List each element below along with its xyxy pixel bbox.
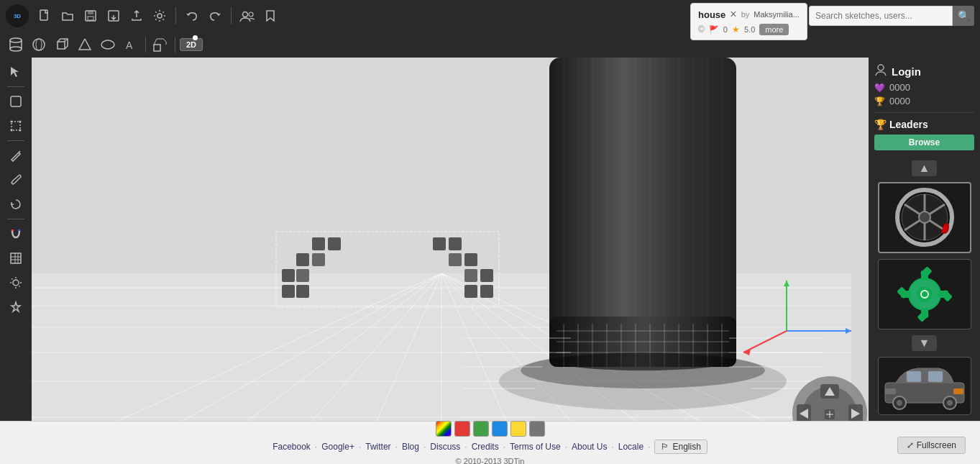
fullscreen-button[interactable]: ⤢ Fullscreen [897, 437, 966, 454]
canvas-area[interactable] [32, 58, 869, 421]
svg-rect-19 [154, 45, 160, 51]
login-label[interactable]: Login [892, 65, 921, 78]
googleplus-link[interactable]: Google+ [321, 442, 354, 452]
svg-rect-2 [88, 11, 93, 14]
blue-swatch[interactable] [492, 421, 508, 437]
transform-button[interactable] [150, 35, 170, 55]
thumbnail-car[interactable] [878, 357, 971, 415]
svg-rect-0 [40, 10, 47, 20]
svg-rect-3 [88, 17, 93, 20]
mode-2d-button[interactable]: 2D [180, 38, 203, 51]
credits-link[interactable]: Credits [472, 442, 499, 452]
yellow-swatch[interactable] [510, 421, 526, 437]
leaders-section: 🏆 Leaders Browse [874, 119, 974, 155]
svg-point-25 [19, 129, 22, 132]
main-area: Login 💜 0000 🏆 0000 🏆 Leaders Browse [0, 58, 980, 421]
terms-link[interactable]: Terms of Use [510, 442, 561, 452]
svg-rect-117 [296, 285, 309, 298]
svg-rect-173 [953, 388, 963, 394]
user-icon [874, 63, 887, 79]
magnet-button[interactable] [4, 222, 27, 245]
left-sidebar [0, 58, 32, 421]
flag-icon: 🏳 [661, 442, 669, 452]
heart-count: 0000 [889, 82, 910, 93]
svg-point-5 [157, 14, 162, 18]
leaders-icon: 🏆 [874, 119, 887, 130]
language-selector[interactable]: 🏳 English [654, 440, 707, 454]
fullscreen-icon: ⤢ [907, 440, 914, 450]
gray-swatch[interactable] [529, 421, 545, 437]
text-shape-button[interactable]: A [121, 35, 141, 55]
svg-marker-20 [11, 67, 19, 77]
points-row-trophy: 🏆 0000 [874, 96, 974, 106]
rect-select-button[interactable] [4, 114, 27, 137]
save-as-button[interactable] [104, 6, 124, 26]
save-file-button[interactable] [81, 6, 101, 26]
svg-rect-172 [885, 388, 896, 394]
pyramid-shape-button[interactable] [75, 35, 95, 55]
browse-button[interactable]: Browse [874, 135, 974, 150]
light-button[interactable] [4, 271, 27, 294]
points-row-hearts: 💜 0000 [874, 82, 974, 93]
select-tool-button[interactable] [4, 60, 27, 83]
svg-point-8 [10, 38, 22, 42]
login-title: Login [874, 63, 974, 79]
logo-text: 3D [14, 13, 21, 19]
svg-rect-21 [11, 96, 21, 106]
twitter-link[interactable]: Twitter [365, 442, 390, 452]
svg-point-35 [13, 280, 19, 286]
ellipse-shape-button[interactable] [98, 35, 118, 55]
green-swatch[interactable] [473, 421, 489, 437]
toolbar-sep-2 [231, 7, 232, 24]
rotate-tool-button[interactable] [4, 193, 27, 216]
search-input[interactable] [809, 6, 953, 26]
gallery-up-button[interactable]: ▲ [912, 160, 938, 176]
new-file-button[interactable] [35, 6, 55, 26]
undo-button[interactable] [182, 6, 202, 26]
paint-tool-button[interactable] [4, 90, 27, 113]
thumbnail-wheel[interactable] [878, 182, 971, 253]
facebook-link[interactable]: Facebook [273, 442, 311, 452]
wheel-image [892, 185, 957, 250]
svg-rect-107 [449, 237, 462, 250]
red-swatch[interactable] [454, 421, 470, 437]
svg-rect-170 [907, 371, 921, 382]
thumbnail-gear[interactable] [878, 259, 971, 330]
toolbar-sep-1 [175, 7, 176, 24]
login-section: Login 💜 0000 🏆 0000 [874, 63, 974, 106]
effects-button[interactable] [4, 296, 27, 319]
about-link[interactable]: About Us [572, 442, 607, 452]
svg-line-40 [12, 278, 12, 279]
svg-rect-171 [928, 371, 943, 382]
grid-button[interactable] [4, 247, 27, 270]
gear-image [892, 262, 957, 327]
svg-rect-106 [433, 237, 446, 250]
flag-icon: 🚩 [709, 25, 719, 35]
left-sep-1 [7, 86, 24, 87]
locale-link[interactable]: Locale [618, 442, 644, 452]
leaders-title: 🏆 Leaders [874, 119, 974, 130]
logo-button[interactable]: 3D [6, 4, 29, 27]
star-icon: ★ [732, 24, 740, 35]
rainbow-swatch[interactable] [436, 421, 452, 437]
bottom-bar: Facebook · Google+ · Twitter · Blog · Di… [0, 421, 980, 464]
copyright-text: © 2010-2013 3DTin [456, 457, 525, 465]
bookmark-button[interactable] [260, 6, 280, 26]
redo-button[interactable] [205, 6, 225, 26]
gallery-down-button[interactable]: ▼ [912, 335, 938, 351]
eyedropper-button[interactable] [4, 168, 27, 191]
open-file-button[interactable] [58, 6, 78, 26]
more-button[interactable]: more [759, 24, 789, 35]
cylinder-shape-button[interactable] [6, 35, 26, 55]
upload-button[interactable] [127, 6, 147, 26]
blog-link[interactable]: Blog [402, 442, 419, 452]
pencil-tool-button[interactable] [4, 144, 27, 167]
settings-button[interactable] [150, 6, 170, 26]
discuss-link[interactable]: Discuss [430, 442, 460, 452]
sphere-shape-button[interactable] [29, 35, 49, 55]
search-button[interactable]: 🔍 [953, 6, 974, 26]
close-icon[interactable]: × [730, 8, 736, 21]
svg-rect-112 [282, 269, 295, 282]
users-button[interactable] [237, 6, 257, 26]
cube-shape-button[interactable] [52, 35, 72, 55]
